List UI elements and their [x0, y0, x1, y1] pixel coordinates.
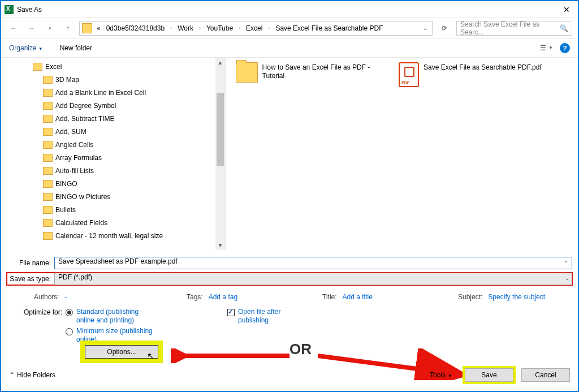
nav-up-icon[interactable]: ↑	[61, 21, 75, 35]
scroll-up-icon[interactable]: ▲	[215, 58, 225, 67]
breadcrumb[interactable]: « 0d3be5f324318d3b› Work› YouTube› Excel…	[79, 21, 433, 36]
search-input[interactable]: Search Save Excel File as Searc... 🔍	[456, 21, 572, 36]
tools-menu[interactable]: Tools▼	[430, 371, 452, 379]
tree-folder[interactable]: 3D Map	[33, 73, 225, 86]
new-folder-button[interactable]: New folder	[60, 44, 92, 52]
optimize-standard-label[interactable]: Standard (publishing online and printing…	[76, 308, 155, 325]
recent-dropdown-icon[interactable]: ▾	[43, 21, 57, 35]
tree-folder[interactable]: Bullets	[33, 203, 225, 216]
savetype-dropdown[interactable]: PDF (*.pdf)⌄	[54, 273, 572, 285]
annotation-arrow-left	[171, 348, 290, 363]
tree-folder[interactable]: Add Degree Symbol	[33, 99, 225, 112]
chevron-down-icon[interactable]: ⌄	[421, 24, 430, 32]
subject-label: Subject:	[458, 293, 482, 301]
optimize-minimum-radio[interactable]	[66, 328, 73, 335]
nav-back-icon[interactable]: ←	[7, 21, 20, 35]
close-icon[interactable]: ✕	[559, 3, 574, 16]
tree-scrollbar[interactable]: ▲ ▼	[215, 58, 225, 250]
pdf-icon	[399, 62, 419, 87]
breadcrumb-item[interactable]: Save Excel File as Searchable PDF	[273, 23, 385, 33]
tree-folder[interactable]: Array Formulas	[33, 151, 225, 164]
tags-label: Tags:	[187, 293, 203, 301]
scroll-down-icon[interactable]: ▼	[215, 240, 225, 250]
optimize-standard-radio[interactable]	[66, 309, 73, 316]
tree-folder[interactable]: Calculated Fields	[33, 216, 225, 229]
scroll-thumb[interactable]	[217, 93, 224, 166]
tree-folder[interactable]: Add a Blank Line in Excel Cell	[33, 86, 225, 99]
tree-folder[interactable]: Calendar - 12 month wall, legal size	[33, 229, 225, 242]
folder-icon	[236, 62, 258, 83]
folder-icon	[82, 23, 92, 33]
title-label: Title:	[322, 293, 337, 301]
tree-folder[interactable]: Excel	[33, 60, 225, 73]
cancel-button[interactable]: Cancel	[521, 368, 570, 382]
authors-field[interactable]: -	[65, 293, 67, 301]
refresh-icon[interactable]: ⟳	[437, 21, 452, 36]
dialog-title: Save As	[17, 6, 42, 14]
tree-folder[interactable]: Add, Subtract TIME	[33, 112, 225, 125]
tree-folder[interactable]: Auto-fill Lists	[33, 164, 225, 177]
filename-label: File name:	[7, 259, 54, 267]
tree-folder[interactable]: BINGO	[33, 177, 225, 190]
filename-input[interactable]: Save Spreadsheet as PDF example.pdf⌄	[54, 257, 572, 269]
folder-item[interactable]: How to Save an Excel File as PDF - Tutor…	[236, 62, 383, 83]
chevron-up-icon: ⌃	[9, 371, 15, 379]
folder-tree[interactable]: Excel 3D Map Add a Blank Line in Excel C…	[1, 58, 226, 250]
breadcrumb-item[interactable]: Work	[175, 23, 196, 33]
save-highlight: Save	[463, 366, 516, 384]
help-icon[interactable]: ?	[560, 43, 570, 53]
title-field[interactable]: Add a title	[343, 293, 373, 301]
hide-folders-button[interactable]: ⌃Hide Folders	[9, 371, 55, 379]
view-mode-button[interactable]: ☰▼	[540, 44, 553, 52]
subject-field[interactable]: Specify the subject	[488, 293, 545, 301]
breadcrumb-item[interactable]: 0d3be5f324318d3b	[104, 23, 167, 33]
optimize-label: Optimize for:	[24, 308, 62, 344]
tree-folder[interactable]: Add, SUM	[33, 125, 225, 138]
nav-forward-icon[interactable]: →	[25, 21, 38, 35]
options-button[interactable]: Options...	[85, 345, 158, 359]
organize-menu[interactable]: Organize▼	[9, 44, 43, 52]
tree-folder[interactable]: BINGO w Pictures	[33, 190, 225, 203]
authors-label: Authors:	[34, 293, 59, 301]
open-after-label[interactable]: Open file after publishing	[238, 308, 295, 344]
tags-field[interactable]: Add a tag	[209, 293, 237, 301]
excel-app-icon	[5, 5, 14, 14]
file-item-pdf[interactable]: Save Excel File as Searchable PDF.pdf	[399, 62, 546, 87]
breadcrumb-item[interactable]: Excel	[244, 23, 265, 33]
breadcrumb-item[interactable]: YouTube	[204, 23, 235, 33]
search-icon: 🔍	[560, 24, 568, 32]
open-after-checkbox[interactable]	[227, 309, 235, 316]
file-list[interactable]: How to Save an Excel File as PDF - Tutor…	[226, 58, 578, 250]
savetype-label: Save as type:	[7, 275, 54, 283]
tree-folder[interactable]: Angled Cells	[33, 138, 225, 151]
options-highlight: Options...	[80, 341, 163, 363]
save-button[interactable]: Save	[465, 368, 513, 382]
